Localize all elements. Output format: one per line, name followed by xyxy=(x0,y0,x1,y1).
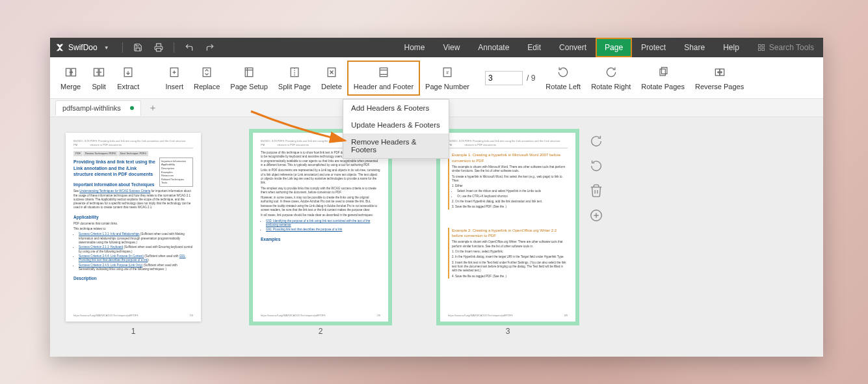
grid-icon xyxy=(757,44,765,51)
menu-annotate[interactable]: Annotate xyxy=(469,38,518,57)
menu-view[interactable]: View xyxy=(434,38,469,57)
app-logo-icon xyxy=(55,43,64,52)
reverse-pages-label: Reverse Pages xyxy=(695,83,744,90)
ribbon: Merge Split Extract Insert Replace Page … xyxy=(50,57,823,99)
replace-label: Replace xyxy=(194,83,220,90)
page-float-tools xyxy=(587,134,605,223)
menubar: Home View Annotate Edit Convert Page Pro… xyxy=(395,38,824,57)
split-label: Split xyxy=(92,83,105,90)
svg-rect-1 xyxy=(758,45,761,48)
reverse-pages-icon xyxy=(713,66,726,79)
titlebar: SwifDoo ▼ Home View Annotate Edit Conver… xyxy=(50,38,823,57)
merge-label: Merge xyxy=(60,83,81,90)
page-number-label: 3 xyxy=(506,327,510,336)
rotate-right-button[interactable]: Rotate Right xyxy=(586,63,636,93)
split-page-icon xyxy=(288,66,301,79)
merge-icon xyxy=(64,66,77,79)
reverse-pages-button[interactable]: Reverse Pages xyxy=(690,63,749,93)
page-number-label: Page Number xyxy=(425,83,469,90)
add-page-icon[interactable] xyxy=(589,208,603,223)
svg-rect-18 xyxy=(660,69,665,75)
trash-icon[interactable] xyxy=(589,184,603,198)
rotate-right-label: Rotate Right xyxy=(591,83,631,90)
menu-home[interactable]: Home xyxy=(395,38,434,57)
rotate-pages-button[interactable]: Rotate Pages xyxy=(636,63,690,93)
menu-share[interactable]: Share xyxy=(675,38,714,57)
app-window: SwifDoo ▼ Home View Annotate Edit Conver… xyxy=(50,38,823,357)
replace-icon xyxy=(200,66,213,79)
svg-rect-0 xyxy=(156,48,161,51)
split-page-button[interactable]: Split Page xyxy=(273,63,316,93)
page-thumb-wrap: 09/2022, 3:23 PMPDF3: Providing links an… xyxy=(66,133,201,336)
delete-label: Delete xyxy=(321,83,342,90)
add-headers-footers-item[interactable]: Add Headers & Footers xyxy=(343,100,449,117)
rotate-left-icon xyxy=(557,66,570,79)
rotate-pages-icon xyxy=(657,66,670,79)
page-number-label: 1 xyxy=(131,327,136,336)
print-icon[interactable] xyxy=(150,39,167,56)
svg-rect-3 xyxy=(758,48,761,51)
merge-button[interactable]: Merge xyxy=(55,63,86,93)
rotate-ccw-icon[interactable] xyxy=(589,159,603,173)
page-total: / 9 xyxy=(527,74,535,83)
svg-rect-15 xyxy=(380,68,388,76)
header-footer-label: Header and Footer xyxy=(354,83,414,90)
modified-indicator-icon xyxy=(130,106,134,110)
redo-icon[interactable] xyxy=(202,39,218,56)
rotate-pages-label: Rotate Pages xyxy=(641,83,685,90)
delete-icon xyxy=(325,66,338,79)
extract-button[interactable]: Extract xyxy=(112,63,144,93)
page-thumb-wrap: 09/2022, 3:23 PMPDF3: Providing links an… xyxy=(253,133,388,336)
remove-headers-footers-item[interactable]: Remove Headers & Footers xyxy=(343,133,449,158)
rotate-cw-icon[interactable] xyxy=(589,134,603,148)
update-headers-footers-item[interactable]: Update Headers & Footers xyxy=(343,117,449,133)
search-tools-label: Search Tools xyxy=(769,43,814,52)
insert-label: Insert xyxy=(165,83,183,90)
page-thumb-1[interactable]: 09/2022, 3:23 PMPDF3: Providing links an… xyxy=(66,133,201,322)
undo-icon[interactable] xyxy=(181,39,198,56)
svg-rect-19 xyxy=(661,67,666,74)
page-number-label: 2 xyxy=(319,327,323,336)
menu-convert[interactable]: Convert xyxy=(550,38,596,57)
app-name: SwifDoo xyxy=(68,43,98,52)
extract-label: Extract xyxy=(117,83,139,90)
rotate-left-button[interactable]: Rotate Left xyxy=(540,63,586,93)
split-page-label: Split Page xyxy=(278,83,311,90)
extract-icon xyxy=(122,66,135,79)
insert-icon xyxy=(168,66,181,79)
header-footer-button[interactable]: Header and Footer xyxy=(347,61,420,96)
app-menu-caret-icon[interactable]: ▼ xyxy=(104,45,109,51)
page-nav: / 9 xyxy=(485,71,535,85)
svg-rect-2 xyxy=(762,45,765,48)
page-number-icon: # xyxy=(441,66,454,79)
delete-button[interactable]: Delete xyxy=(316,63,347,93)
page-thumb-wrap: 09/2022, 3:23 PMPDF3: Providing links an… xyxy=(440,133,575,336)
page-number-button[interactable]: # Page Number xyxy=(420,63,475,93)
split-button[interactable]: Split xyxy=(86,63,112,93)
menu-page[interactable]: Page xyxy=(596,38,632,57)
rotate-left-label: Rotate Left xyxy=(546,83,581,90)
page-setup-icon xyxy=(243,66,256,79)
header-footer-dropdown: Add Headers & Footers Update Headers & F… xyxy=(343,99,449,159)
menu-edit[interactable]: Edit xyxy=(518,38,550,57)
svg-rect-12 xyxy=(245,68,253,76)
menu-protect[interactable]: Protect xyxy=(632,38,675,57)
page-setup-label: Page Setup xyxy=(230,83,268,90)
document-tab-label: pdfsampl-withlinks xyxy=(62,104,121,112)
search-tools[interactable]: Search Tools xyxy=(748,38,823,57)
page-setup-button[interactable]: Page Setup xyxy=(225,63,273,93)
insert-button[interactable]: Insert xyxy=(160,63,189,93)
page-thumb-2[interactable]: 09/2022, 3:23 PMPDF3: Providing links an… xyxy=(253,133,388,322)
header-footer-icon xyxy=(377,66,390,79)
document-tab[interactable]: pdfsampl-withlinks xyxy=(55,100,141,116)
svg-text:#: # xyxy=(446,70,449,74)
rotate-right-icon xyxy=(605,66,618,79)
menu-help[interactable]: Help xyxy=(714,38,748,57)
save-icon[interactable] xyxy=(129,39,146,56)
page-number-input[interactable] xyxy=(485,71,523,85)
replace-button[interactable]: Replace xyxy=(189,63,225,93)
svg-rect-4 xyxy=(762,48,765,51)
page-thumb-3[interactable]: 09/2022, 3:23 PMPDF3: Providing links an… xyxy=(440,133,575,322)
add-tab-button[interactable]: ＋ xyxy=(145,102,161,114)
split-icon xyxy=(92,66,105,79)
